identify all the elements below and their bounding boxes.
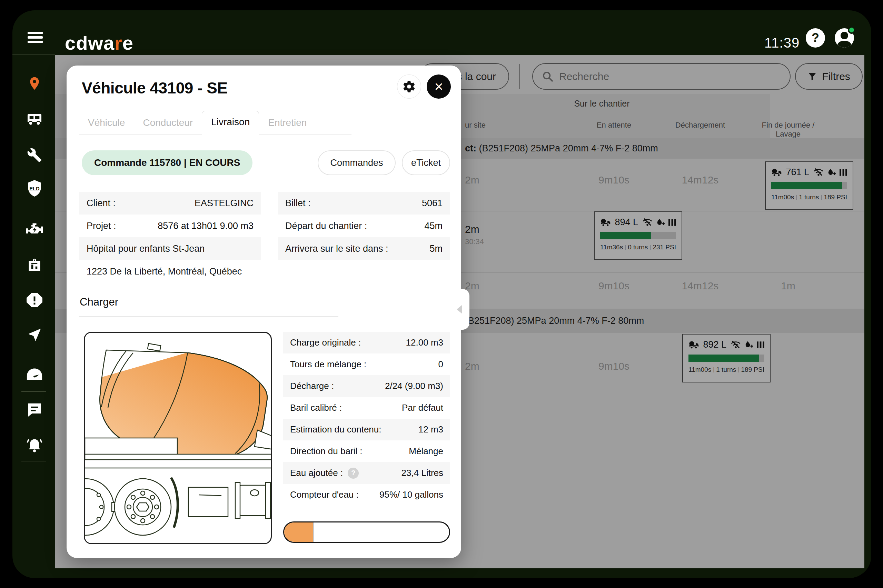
tab-maintenance[interactable]: Entretien (259, 112, 316, 134)
order-status-badge: Commande 115780 | EN COURS (82, 150, 252, 175)
navigation-arrow-icon (27, 327, 42, 342)
sidebar-item-eld[interactable]: ELD (26, 180, 43, 196)
field-row-departure: Départ du chantier :45m (278, 214, 450, 237)
section-divider (79, 316, 338, 316)
sidebar-item-reports[interactable] (26, 257, 43, 273)
field-row-drum-calibrated: Baril calibré :Par défaut (283, 397, 450, 418)
page: cdware 11:39 ? ELD (0, 0, 883, 588)
modal-tabs: Véhicule Conducteur Livraison Entretien (79, 111, 351, 135)
sidebar-item-maintenance[interactable] (26, 147, 43, 164)
svg-text:ELD: ELD (29, 186, 40, 191)
load-section-title: Charger (80, 296, 118, 308)
stats-kit-icon (27, 258, 42, 273)
eticket-button[interactable]: eTicket (402, 150, 450, 175)
sidebar-item-vehicles[interactable] (26, 111, 43, 128)
order-fields-right: Billet :5061 Départ du chantier :45m Arr… (278, 192, 450, 260)
field-row-ticket: Billet :5061 (278, 192, 450, 214)
chat-icon (27, 402, 42, 417)
wrench-icon (27, 148, 42, 163)
field-row-mix-turns: Tours de mélange :0 (283, 354, 450, 375)
app-logo: cdware (65, 32, 133, 54)
speedometer-icon (26, 367, 43, 381)
field-row-content-estimate: Estimation du contenu:12 m3 (283, 418, 450, 440)
eld-shield-icon: ELD (27, 180, 42, 196)
modal-title: Véhicule 43109 - SE (82, 79, 228, 97)
clock: 11:39 (765, 35, 799, 51)
field-row-site-name: Hôpital pour enfants St-Jean (79, 237, 261, 260)
tab-driver[interactable]: Conducteur (134, 112, 202, 134)
alarm-bell-icon (26, 437, 43, 453)
load-fields: Charge originale :12.00 m3 Tours de méla… (283, 332, 450, 506)
sidebar-item-messages[interactable] (26, 401, 43, 418)
field-row-arrival: Arrivera sur le site dans :5m (278, 237, 450, 260)
field-row-discharge: Décharge :2/24 (9.00 m3) (283, 375, 450, 397)
field-row-water-added: Eau ajoutée :? 23,4 Litres (283, 462, 450, 484)
online-status-dot (848, 26, 855, 34)
tab-vehicle[interactable]: Véhicule (79, 112, 134, 134)
truck-icon (27, 112, 42, 127)
close-icon: × (434, 78, 443, 95)
field-row-client: Client :EASTELGINC (79, 192, 261, 214)
tab-delivery[interactable]: Livraison (202, 111, 259, 135)
sidebar-item-engine[interactable] (26, 221, 43, 238)
field-row-original-load: Charge originale :12.00 m3 (283, 332, 450, 354)
water-meter-gauge (283, 522, 450, 543)
sidebar-item-dashboard[interactable] (26, 366, 43, 382)
collapse-panel-handle[interactable] (453, 289, 469, 330)
field-row-water-meter: Compteur d'eau :95%/ 10 gallons (283, 484, 450, 506)
engine-icon (26, 223, 43, 237)
question-icon: ? (812, 31, 819, 45)
vehicle-modal: Véhicule 43109 - SE × Véhicule Conducteu… (67, 66, 461, 558)
orders-button[interactable]: Commandes (318, 150, 396, 175)
help-button[interactable]: ? (806, 28, 825, 48)
profile-button[interactable] (835, 28, 854, 48)
field-row-project: Projet :8576 at 13h01 9.00 m3 (79, 214, 261, 237)
warning-hexagon-icon (27, 293, 42, 308)
sidebar-item-map[interactable] (26, 75, 43, 92)
sidebar-item-notifications[interactable] (26, 436, 43, 453)
gear-icon (402, 80, 416, 93)
water-meter-fill (284, 522, 314, 542)
sidebar: ELD (12, 55, 55, 578)
mixer-truck-illustration (84, 332, 272, 544)
water-help-icon[interactable]: ? (348, 468, 359, 478)
sidebar-divider (21, 461, 46, 461)
sidebar-item-navigation[interactable] (26, 327, 43, 343)
close-button[interactable]: × (427, 75, 451, 99)
menu-button[interactable] (28, 32, 43, 45)
sidebar-divider (21, 391, 46, 392)
settings-button[interactable] (397, 75, 421, 99)
field-row-drum-direction: Direction du baril :Mélange (283, 440, 450, 462)
field-row-address: 1223 De la Liberté, Montréal, Québec (79, 260, 261, 283)
order-fields-left: Client :EASTELGINC Projet :8576 at 13h01… (79, 192, 261, 283)
location-pin-icon (27, 75, 42, 92)
sidebar-item-alerts[interactable] (26, 292, 43, 309)
chevron-left-icon (457, 305, 462, 314)
